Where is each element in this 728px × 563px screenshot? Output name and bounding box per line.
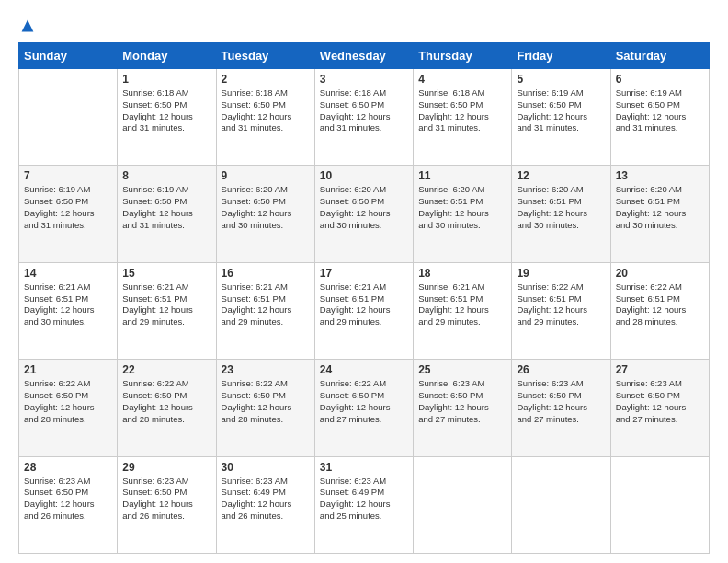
cell-info-text: Sunrise: 6:23 AMSunset: 6:50 PMDaylight:… <box>122 476 210 523</box>
cell-date-number: 13 <box>616 169 704 182</box>
cell-info-text: Sunrise: 6:21 AMSunset: 6:51 PMDaylight:… <box>418 282 506 328</box>
cell-date-number: 1 <box>122 73 210 86</box>
cell-date-number: 17 <box>320 267 408 280</box>
cell-info-text: Sunrise: 6:18 AMSunset: 6:50 PMDaylight:… <box>122 87 210 134</box>
cell-info-text: Sunrise: 6:21 AMSunset: 6:51 PMDaylight:… <box>222 282 310 328</box>
cell-date-number: 27 <box>616 363 704 376</box>
weekday-header-saturday: Saturday <box>610 43 709 69</box>
calendar-cell: 23Sunrise: 6:22 AMSunset: 6:50 PMDayligh… <box>216 360 314 456</box>
weekday-header-row: SundayMondayTuesdayWednesdayThursdayFrid… <box>19 43 710 69</box>
calendar-cell: 12Sunrise: 6:20 AMSunset: 6:51 PMDayligh… <box>512 166 610 262</box>
cell-info-text: Sunrise: 6:23 AMSunset: 6:49 PMDaylight:… <box>320 476 408 523</box>
calendar-table: SundayMondayTuesdayWednesdayThursdayFrid… <box>18 42 710 554</box>
calendar-cell: 27Sunrise: 6:23 AMSunset: 6:50 PMDayligh… <box>610 360 709 456</box>
week-row-5: 28Sunrise: 6:23 AMSunset: 6:50 PMDayligh… <box>19 456 710 553</box>
cell-info-text: Sunrise: 6:22 AMSunset: 6:50 PMDaylight:… <box>320 378 408 425</box>
calendar-cell: 19Sunrise: 6:22 AMSunset: 6:51 PMDayligh… <box>512 262 610 359</box>
calendar-cell: 7Sunrise: 6:19 AMSunset: 6:50 PMDaylight… <box>19 166 118 262</box>
cell-date-number: 23 <box>222 363 310 376</box>
empty-cell <box>414 456 512 553</box>
cell-info-text: Sunrise: 6:19 AMSunset: 6:50 PMDaylight:… <box>122 184 210 231</box>
cell-date-number: 18 <box>418 267 506 280</box>
cell-info-text: Sunrise: 6:21 AMSunset: 6:51 PMDaylight:… <box>320 282 408 328</box>
cell-date-number: 10 <box>320 169 408 182</box>
cell-date-number: 29 <box>122 461 210 474</box>
week-row-2: 7Sunrise: 6:19 AMSunset: 6:50 PMDaylight… <box>19 166 710 262</box>
cell-info-text: Sunrise: 6:22 AMSunset: 6:51 PMDaylight:… <box>616 282 704 328</box>
cell-info-text: Sunrise: 6:20 AMSunset: 6:51 PMDaylight:… <box>418 184 506 231</box>
calendar-cell: 1Sunrise: 6:18 AMSunset: 6:50 PMDaylight… <box>118 69 216 166</box>
cell-info-text: Sunrise: 6:19 AMSunset: 6:50 PMDaylight:… <box>24 184 112 231</box>
calendar-cell: 18Sunrise: 6:21 AMSunset: 6:51 PMDayligh… <box>414 262 512 359</box>
cell-date-number: 30 <box>222 461 310 474</box>
weekday-header-friday: Friday <box>512 43 610 69</box>
svg-marker-0 <box>22 20 34 32</box>
calendar-cell: 5Sunrise: 6:19 AMSunset: 6:50 PMDaylight… <box>512 69 610 166</box>
weekday-header-monday: Monday <box>118 43 216 69</box>
cell-date-number: 21 <box>24 363 112 376</box>
calendar-cell: 29Sunrise: 6:23 AMSunset: 6:50 PMDayligh… <box>118 456 216 553</box>
cell-info-text: Sunrise: 6:20 AMSunset: 6:50 PMDaylight:… <box>222 184 310 231</box>
cell-info-text: Sunrise: 6:22 AMSunset: 6:50 PMDaylight:… <box>122 378 210 425</box>
week-row-4: 21Sunrise: 6:22 AMSunset: 6:50 PMDayligh… <box>19 360 710 456</box>
weekday-header-thursday: Thursday <box>414 43 512 69</box>
calendar-cell: 9Sunrise: 6:20 AMSunset: 6:50 PMDaylight… <box>216 166 314 262</box>
calendar-cell: 22Sunrise: 6:22 AMSunset: 6:50 PMDayligh… <box>118 360 216 456</box>
cell-info-text: Sunrise: 6:19 AMSunset: 6:50 PMDaylight:… <box>517 87 605 134</box>
weekday-header-wednesday: Wednesday <box>314 43 413 69</box>
cell-date-number: 19 <box>517 267 605 280</box>
calendar-cell: 16Sunrise: 6:21 AMSunset: 6:51 PMDayligh… <box>216 262 314 359</box>
calendar-cell: 4Sunrise: 6:18 AMSunset: 6:50 PMDaylight… <box>414 69 512 166</box>
calendar-cell: 20Sunrise: 6:22 AMSunset: 6:51 PMDayligh… <box>610 262 709 359</box>
cell-info-text: Sunrise: 6:23 AMSunset: 6:50 PMDaylight:… <box>517 378 605 425</box>
cell-date-number: 5 <box>517 73 605 86</box>
calendar-cell: 8Sunrise: 6:19 AMSunset: 6:50 PMDaylight… <box>118 166 216 262</box>
calendar-cell: 31Sunrise: 6:23 AMSunset: 6:49 PMDayligh… <box>314 456 413 553</box>
cell-info-text: Sunrise: 6:18 AMSunset: 6:50 PMDaylight:… <box>320 87 408 134</box>
cell-date-number: 16 <box>222 267 310 280</box>
cell-date-number: 12 <box>517 169 605 182</box>
cell-date-number: 2 <box>222 73 310 86</box>
cell-date-number: 11 <box>418 169 506 182</box>
cell-date-number: 20 <box>616 267 704 280</box>
header <box>18 18 710 33</box>
calendar-cell: 10Sunrise: 6:20 AMSunset: 6:50 PMDayligh… <box>314 166 413 262</box>
page: SundayMondayTuesdayWednesdayThursdayFrid… <box>0 0 728 563</box>
empty-cell <box>512 456 610 553</box>
cell-info-text: Sunrise: 6:22 AMSunset: 6:50 PMDaylight:… <box>222 378 310 425</box>
cell-date-number: 15 <box>122 267 210 280</box>
cell-date-number: 28 <box>24 461 112 474</box>
empty-cell <box>610 456 709 553</box>
cell-info-text: Sunrise: 6:21 AMSunset: 6:51 PMDaylight:… <box>122 282 210 328</box>
cell-info-text: Sunrise: 6:22 AMSunset: 6:51 PMDaylight:… <box>517 282 605 328</box>
calendar-cell: 26Sunrise: 6:23 AMSunset: 6:50 PMDayligh… <box>512 360 610 456</box>
cell-date-number: 9 <box>222 169 310 182</box>
cell-date-number: 31 <box>320 461 408 474</box>
week-row-1: 1Sunrise: 6:18 AMSunset: 6:50 PMDaylight… <box>19 69 710 166</box>
logo <box>18 18 35 33</box>
cell-info-text: Sunrise: 6:18 AMSunset: 6:50 PMDaylight:… <box>418 87 506 134</box>
calendar-cell: 2Sunrise: 6:18 AMSunset: 6:50 PMDaylight… <box>216 69 314 166</box>
calendar-cell: 24Sunrise: 6:22 AMSunset: 6:50 PMDayligh… <box>314 360 413 456</box>
cell-info-text: Sunrise: 6:23 AMSunset: 6:49 PMDaylight:… <box>222 476 310 523</box>
week-row-3: 14Sunrise: 6:21 AMSunset: 6:51 PMDayligh… <box>19 262 710 359</box>
cell-date-number: 26 <box>517 363 605 376</box>
cell-info-text: Sunrise: 6:23 AMSunset: 6:50 PMDaylight:… <box>616 378 704 425</box>
cell-info-text: Sunrise: 6:20 AMSunset: 6:51 PMDaylight:… <box>517 184 605 231</box>
cell-info-text: Sunrise: 6:19 AMSunset: 6:50 PMDaylight:… <box>616 87 704 134</box>
cell-info-text: Sunrise: 6:20 AMSunset: 6:51 PMDaylight:… <box>616 184 704 231</box>
calendar-cell: 30Sunrise: 6:23 AMSunset: 6:49 PMDayligh… <box>216 456 314 553</box>
cell-date-number: 22 <box>122 363 210 376</box>
calendar-cell: 17Sunrise: 6:21 AMSunset: 6:51 PMDayligh… <box>314 262 413 359</box>
calendar-cell: 13Sunrise: 6:20 AMSunset: 6:51 PMDayligh… <box>610 166 709 262</box>
calendar-cell: 11Sunrise: 6:20 AMSunset: 6:51 PMDayligh… <box>414 166 512 262</box>
calendar-cell: 6Sunrise: 6:19 AMSunset: 6:50 PMDaylight… <box>610 69 709 166</box>
calendar-cell: 21Sunrise: 6:22 AMSunset: 6:50 PMDayligh… <box>19 360 118 456</box>
logo-icon <box>20 18 35 33</box>
cell-date-number: 4 <box>418 73 506 86</box>
cell-date-number: 3 <box>320 73 408 86</box>
empty-cell <box>19 69 118 166</box>
cell-date-number: 6 <box>616 73 704 86</box>
cell-info-text: Sunrise: 6:20 AMSunset: 6:50 PMDaylight:… <box>320 184 408 231</box>
cell-info-text: Sunrise: 6:18 AMSunset: 6:50 PMDaylight:… <box>222 87 310 134</box>
